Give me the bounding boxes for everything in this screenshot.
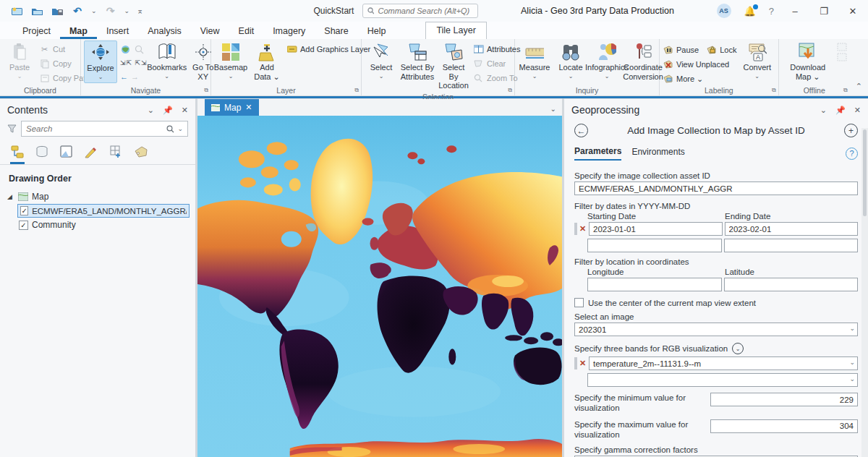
select-image-dropdown[interactable]: 202301 ⌄ [574,323,858,336]
notifications-bell-icon[interactable]: 🔔 [744,6,756,17]
zoom-to-button[interactable]: Zoom To [473,72,520,85]
explore-button[interactable]: Explore ⌄ [84,40,117,83]
layer-launcher-icon[interactable]: ⧉ [354,87,359,94]
undo-dropdown-icon[interactable]: ⌄ [91,7,97,14]
collapse-ribbon-icon[interactable]: ⌃ [850,39,868,95]
full-extent-button[interactable] [120,43,148,56]
avatar[interactable]: AS [717,4,731,18]
tab-tile-layer[interactable]: Tile Layer [425,22,486,39]
tree-item-community[interactable]: ✓ Community [17,218,190,232]
geoprocessing-close-icon[interactable]: ✕ [854,106,861,115]
attributes-button[interactable]: Attributes [473,43,520,56]
ending-date-input[interactable] [725,222,859,236]
help-icon[interactable]: ? [769,6,774,17]
select-button[interactable]: Select ⌄ [365,40,398,82]
tab-environments[interactable]: Environments [631,147,684,160]
redo-dropdown-icon[interactable]: ⌄ [124,7,130,14]
contents-collapse-icon[interactable]: ⌄ [148,106,154,115]
tab-list-chevron-icon[interactable]: ⌄ [550,105,556,113]
lock-labeling-button[interactable]: Lock [706,43,736,56]
tab-edit[interactable]: Edit [229,22,264,39]
geoprocessing-collapse-icon[interactable]: ⌄ [820,106,827,115]
new-project-icon[interactable] [10,5,23,17]
community-checkbox[interactable]: ✓ [19,221,28,230]
close-button[interactable]: ✕ [845,6,861,17]
band-dropdown-empty[interactable]: ⌄ [587,373,858,387]
navigate-launcher-icon[interactable]: ⧉ [204,87,208,94]
min-value-input[interactable] [710,393,858,406]
contents-search-input[interactable] [26,124,163,133]
tab-data-source-icon[interactable] [35,145,49,164]
band-dropdown[interactable]: temperature_2m--11131.9--m ⌄ [589,356,858,370]
locate-button[interactable]: Locate ⌄ [554,40,587,82]
redo-icon[interactable]: ↷ [104,5,117,17]
paste-button[interactable]: Paste ⌄ [3,40,36,82]
more-labeling-button[interactable]: More ⌄ [663,72,736,85]
map-canvas[interactable] [197,116,562,457]
latitude-input[interactable] [724,278,859,291]
tab-editing-icon[interactable] [84,145,98,164]
starting-date-input[interactable] [589,222,723,236]
tab-project[interactable]: Project [13,22,60,39]
zoom-extent-buttons[interactable]: ⇲⇱ ⇱⇲ [120,56,148,69]
tab-insert[interactable]: Insert [97,22,138,39]
starting-date-input-empty[interactable] [587,239,722,252]
add-graphics-layer-button[interactable]: Add Graphics Layer [286,43,370,56]
offline-tool2-icon[interactable] [837,53,847,61]
geoprocessing-pin-icon[interactable]: 📌 [835,106,846,115]
contents-search-dropdown-icon[interactable]: ⌄ [177,125,183,132]
quickstart-label[interactable]: QuickStart [313,6,354,16]
map-tab-close-icon[interactable]: ✕ [245,103,252,112]
select-by-location-button[interactable]: Select By Location [437,40,470,93]
open-project-icon[interactable] [30,5,43,17]
tab-map[interactable]: Map [60,22,97,39]
bookmarks-button[interactable]: Bookmarks ⌄ [150,40,184,82]
layer-checkbox[interactable]: ✓ [20,206,28,215]
contents-close-icon[interactable]: ✕ [182,106,188,115]
minimize-button[interactable]: – [787,6,803,17]
customize-toolbar-icon[interactable]: ⌅ [137,7,143,16]
contents-search[interactable]: ⌄ [21,121,188,137]
map-extent-checkbox[interactable] [574,298,584,307]
offline-launcher-icon[interactable]: ⧉ [843,87,848,94]
coordinate-conversion-button[interactable]: Coordinate Conversion [626,40,660,83]
ending-date-input-empty[interactable] [724,239,859,252]
infographics-button[interactable]: Infographics ⌄ [590,40,624,82]
filter-funnel-icon[interactable] [7,124,17,133]
tab-selection-icon[interactable] [59,145,74,164]
geoprocessing-scrollbar[interactable] [861,128,868,457]
previous-next-extent[interactable]: ←→ [120,70,148,83]
tree-item-map[interactable]: ◢ Map [6,189,190,204]
tab-analysis[interactable]: Analysis [138,22,191,39]
back-button[interactable]: ← [574,124,588,137]
tab-labeling-icon[interactable] [133,145,149,164]
pause-labeling-button[interactable]: Pause [663,43,699,56]
measure-button[interactable]: Measure ⌄ [518,40,551,82]
selection-launcher-icon[interactable]: ⧉ [508,87,512,94]
asset-id-input[interactable] [574,181,858,195]
longitude-input[interactable] [587,278,722,291]
tab-snapping-icon[interactable] [109,145,123,164]
band-drag-handle[interactable] [574,357,577,370]
download-map-button[interactable]: Download Map ⌄ [782,40,834,83]
convert-labels-button[interactable]: A Convert ⌄ [739,40,775,82]
maximize-button[interactable]: ❐ [816,6,832,17]
tab-drawing-order-icon[interactable] [10,145,25,164]
map-document-tab[interactable]: Map ✕ [205,99,259,116]
tree-item-layer-selected[interactable]: ✓ ECMWF/ERA5_LAND/MONTHLY_AGGR/20230... [17,204,190,218]
labeling-launcher-icon[interactable]: ⧉ [772,87,776,94]
expander-icon[interactable]: ◢ [7,193,14,200]
remove-row-icon[interactable]: ✕ [579,224,587,234]
tab-view[interactable]: View [191,22,229,39]
tab-imagery[interactable]: Imagery [263,22,315,39]
tab-parameters[interactable]: Parameters [574,146,621,161]
max-value-input[interactable] [710,419,858,433]
tool-help-icon[interactable]: ? [846,148,858,160]
view-unplaced-button[interactable]: View Unplaced [663,58,736,71]
tab-help[interactable]: Help [358,22,396,39]
select-by-attributes-button[interactable]: Select By Attributes [401,40,434,83]
tab-share[interactable]: Share [315,22,357,39]
command-search[interactable] [362,4,478,18]
row-drag-handle[interactable] [574,223,577,235]
undo-icon[interactable]: ↶ [71,5,84,17]
